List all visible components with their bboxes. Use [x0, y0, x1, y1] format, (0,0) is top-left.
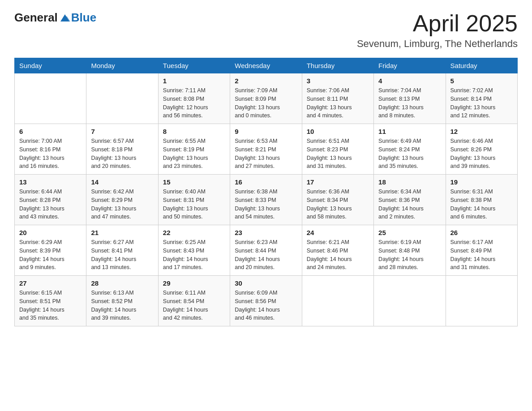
day-number: 2 [235, 77, 297, 85]
page-title: April 2025 [357, 11, 518, 36]
day-info: Sunrise: 6:36 AMSunset: 8:34 PMDaylight:… [307, 188, 369, 221]
calendar-cell: 12Sunrise: 6:46 AMSunset: 8:26 PMDayligh… [446, 124, 517, 175]
day-info: Sunrise: 6:17 AMSunset: 8:49 PMDaylight:… [450, 238, 513, 272]
calendar-cell: 30Sunrise: 6:09 AMSunset: 8:56 PMDayligh… [230, 276, 302, 326]
calendar-header-thursday: Thursday [302, 58, 373, 73]
day-number: 14 [91, 178, 153, 186]
calendar-cell: 15Sunrise: 6:40 AMSunset: 8:31 PMDayligh… [158, 175, 230, 225]
day-info: Sunrise: 7:06 AMSunset: 8:11 PMDaylight:… [307, 86, 369, 120]
page-subtitle: Sevenum, Limburg, The Netherlands [357, 38, 518, 50]
calendar-cell [374, 276, 446, 326]
day-number: 25 [378, 229, 441, 236]
calendar-cell: 23Sunrise: 6:23 AMSunset: 8:44 PMDayligh… [230, 225, 302, 276]
calendar-cell: 27Sunrise: 6:15 AMSunset: 8:51 PMDayligh… [15, 276, 86, 326]
calendar-header-wednesday: Wednesday [230, 58, 302, 73]
day-number: 6 [19, 128, 82, 135]
day-info: Sunrise: 6:23 AMSunset: 8:44 PMDaylight:… [235, 238, 297, 272]
day-info: Sunrise: 6:25 AMSunset: 8:43 PMDaylight:… [163, 238, 225, 272]
day-info: Sunrise: 6:46 AMSunset: 8:26 PMDaylight:… [450, 137, 513, 171]
day-number: 18 [378, 178, 441, 186]
calendar-header-monday: Monday [86, 58, 158, 73]
calendar-week-row: 6Sunrise: 7:00 AMSunset: 8:16 PMDaylight… [15, 124, 518, 175]
calendar-cell: 8Sunrise: 6:55 AMSunset: 8:19 PMDaylight… [158, 124, 230, 175]
day-number: 28 [91, 279, 153, 287]
day-info: Sunrise: 7:04 AMSunset: 8:13 PMDaylight:… [378, 86, 441, 120]
calendar-cell: 26Sunrise: 6:17 AMSunset: 8:49 PMDayligh… [446, 225, 517, 276]
day-number: 16 [235, 178, 297, 186]
calendar-table: SundayMondayTuesdayWednesdayThursdayFrid… [14, 58, 518, 326]
logo: General Blue [14, 11, 96, 25]
calendar-cell [15, 73, 86, 124]
day-number: 29 [163, 279, 225, 287]
calendar-cell [86, 73, 158, 124]
calendar-cell: 18Sunrise: 6:34 AMSunset: 8:36 PMDayligh… [374, 175, 446, 225]
day-info: Sunrise: 6:49 AMSunset: 8:24 PMDaylight:… [378, 137, 441, 171]
day-info: Sunrise: 6:38 AMSunset: 8:33 PMDaylight:… [235, 188, 297, 221]
day-number: 11 [378, 128, 441, 135]
calendar-cell: 6Sunrise: 7:00 AMSunset: 8:16 PMDaylight… [15, 124, 86, 175]
day-number: 7 [91, 128, 153, 135]
calendar-cell: 11Sunrise: 6:49 AMSunset: 8:24 PMDayligh… [374, 124, 446, 175]
calendar-cell: 14Sunrise: 6:42 AMSunset: 8:29 PMDayligh… [86, 175, 158, 225]
calendar-cell: 25Sunrise: 6:19 AMSunset: 8:48 PMDayligh… [374, 225, 446, 276]
day-info: Sunrise: 6:34 AMSunset: 8:36 PMDaylight:… [378, 188, 441, 221]
calendar-header-saturday: Saturday [446, 58, 517, 73]
day-number: 26 [450, 229, 513, 236]
calendar-cell: 1Sunrise: 7:11 AMSunset: 8:08 PMDaylight… [158, 73, 230, 124]
day-info: Sunrise: 6:40 AMSunset: 8:31 PMDaylight:… [163, 188, 225, 221]
day-number: 27 [19, 279, 82, 287]
day-number: 23 [235, 229, 297, 236]
calendar-cell: 4Sunrise: 7:04 AMSunset: 8:13 PMDaylight… [374, 73, 446, 124]
calendar-cell [302, 276, 373, 326]
day-number: 17 [307, 178, 369, 186]
calendar-cell [446, 276, 517, 326]
day-number: 24 [307, 229, 369, 236]
day-info: Sunrise: 7:11 AMSunset: 8:08 PMDaylight:… [163, 86, 225, 120]
day-info: Sunrise: 6:31 AMSunset: 8:38 PMDaylight:… [450, 188, 513, 221]
calendar-cell: 24Sunrise: 6:21 AMSunset: 8:46 PMDayligh… [302, 225, 373, 276]
calendar-week-row: 20Sunrise: 6:29 AMSunset: 8:39 PMDayligh… [15, 225, 518, 276]
day-info: Sunrise: 6:42 AMSunset: 8:29 PMDaylight:… [91, 188, 153, 221]
calendar-cell: 29Sunrise: 6:11 AMSunset: 8:54 PMDayligh… [158, 276, 230, 326]
day-number: 21 [91, 229, 153, 236]
calendar-week-row: 13Sunrise: 6:44 AMSunset: 8:28 PMDayligh… [15, 175, 518, 225]
day-number: 8 [163, 128, 225, 135]
day-number: 22 [163, 229, 225, 236]
day-info: Sunrise: 6:21 AMSunset: 8:46 PMDaylight:… [307, 238, 369, 272]
logo-icon [59, 12, 71, 24]
day-info: Sunrise: 6:57 AMSunset: 8:18 PMDaylight:… [91, 137, 153, 171]
day-info: Sunrise: 6:51 AMSunset: 8:23 PMDaylight:… [307, 137, 369, 171]
calendar-cell: 21Sunrise: 6:27 AMSunset: 8:41 PMDayligh… [86, 225, 158, 276]
calendar-cell: 16Sunrise: 6:38 AMSunset: 8:33 PMDayligh… [230, 175, 302, 225]
logo-blue-text: Blue [71, 11, 96, 25]
logo-general-text: General [14, 11, 58, 25]
day-number: 15 [163, 178, 225, 186]
day-number: 10 [307, 128, 369, 135]
calendar-week-row: 27Sunrise: 6:15 AMSunset: 8:51 PMDayligh… [15, 276, 518, 326]
day-info: Sunrise: 6:11 AMSunset: 8:54 PMDaylight:… [163, 289, 225, 322]
day-number: 3 [307, 77, 369, 85]
calendar-cell: 19Sunrise: 6:31 AMSunset: 8:38 PMDayligh… [446, 175, 517, 225]
calendar-cell: 28Sunrise: 6:13 AMSunset: 8:52 PMDayligh… [86, 276, 158, 326]
calendar-header-friday: Friday [374, 58, 446, 73]
page-header: General Blue April 2025 Sevenum, Limburg… [14, 11, 518, 50]
day-info: Sunrise: 7:09 AMSunset: 8:09 PMDaylight:… [235, 86, 297, 120]
day-info: Sunrise: 6:55 AMSunset: 8:19 PMDaylight:… [163, 137, 225, 171]
day-info: Sunrise: 6:19 AMSunset: 8:48 PMDaylight:… [378, 238, 441, 272]
day-info: Sunrise: 6:53 AMSunset: 8:21 PMDaylight:… [235, 137, 297, 171]
calendar-header-row: SundayMondayTuesdayWednesdayThursdayFrid… [15, 58, 518, 73]
day-number: 9 [235, 128, 297, 135]
day-info: Sunrise: 6:44 AMSunset: 8:28 PMDaylight:… [19, 188, 82, 221]
day-number: 19 [450, 178, 513, 186]
day-number: 5 [450, 77, 513, 85]
calendar-cell: 7Sunrise: 6:57 AMSunset: 8:18 PMDaylight… [86, 124, 158, 175]
calendar-cell: 9Sunrise: 6:53 AMSunset: 8:21 PMDaylight… [230, 124, 302, 175]
day-info: Sunrise: 6:09 AMSunset: 8:56 PMDaylight:… [235, 289, 297, 322]
day-number: 20 [19, 229, 82, 236]
day-number: 4 [378, 77, 441, 85]
calendar-cell: 3Sunrise: 7:06 AMSunset: 8:11 PMDaylight… [302, 73, 373, 124]
calendar-cell: 2Sunrise: 7:09 AMSunset: 8:09 PMDaylight… [230, 73, 302, 124]
calendar-cell: 13Sunrise: 6:44 AMSunset: 8:28 PMDayligh… [15, 175, 86, 225]
day-info: Sunrise: 6:13 AMSunset: 8:52 PMDaylight:… [91, 289, 153, 322]
day-info: Sunrise: 6:27 AMSunset: 8:41 PMDaylight:… [91, 238, 153, 272]
